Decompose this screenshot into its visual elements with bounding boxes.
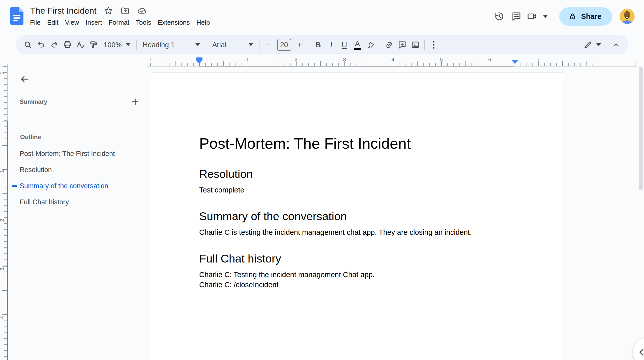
- h-ruler-number: 3: [343, 56, 346, 62]
- menu-insert[interactable]: Insert: [82, 18, 105, 27]
- add-comment-button[interactable]: [396, 38, 409, 52]
- horizontal-ruler: 11234567: [147, 56, 637, 67]
- redo-button[interactable]: [48, 38, 61, 52]
- doc-paragraph[interactable]: Charlie C: /closeIncident: [199, 280, 515, 290]
- menu-format[interactable]: Format: [105, 18, 133, 27]
- add-comment-icon: [398, 40, 407, 49]
- outline-item-label: Post-Mortem: The First Incident: [20, 150, 115, 158]
- zoom-caret-icon: [126, 43, 130, 46]
- outline-item-1[interactable]: Post-Mortem: The First Incident: [0, 146, 143, 162]
- menu-edit[interactable]: Edit: [44, 18, 62, 27]
- toolbar-divider: [309, 40, 309, 50]
- search-menus-button[interactable]: [21, 38, 35, 52]
- share-label: Share: [581, 12, 601, 21]
- outline-item-4[interactable]: Full Chat history: [0, 194, 143, 210]
- highlight-color-button[interactable]: [364, 38, 377, 52]
- doc-heading-2[interactable]: Summary of the conversation: [199, 210, 515, 223]
- increase-font-size-button[interactable]: +: [293, 38, 306, 52]
- menu-tools[interactable]: Tools: [133, 18, 155, 27]
- h-ruler-number: 2: [295, 56, 298, 62]
- menu-help[interactable]: Help: [193, 18, 213, 27]
- account-avatar[interactable]: [620, 9, 635, 24]
- show-side-panel-button[interactable]: [633, 338, 644, 360]
- meet-video-icon[interactable]: [525, 8, 539, 25]
- toolbar-divider: [424, 40, 425, 50]
- outline-panel: Summary Outline Post-Mortem: The First I…: [0, 67, 143, 360]
- italic-button[interactable]: I: [325, 38, 338, 52]
- outline-item-label: Resolution: [20, 166, 52, 174]
- document-content: Post-Mortem: The First Incident Resoluti…: [151, 73, 563, 290]
- outline-label: Outline: [20, 134, 41, 141]
- insert-image-button[interactable]: [409, 38, 422, 52]
- paint-format-icon: [89, 41, 98, 49]
- editing-mode-select[interactable]: [580, 38, 604, 52]
- undo-icon: [37, 41, 45, 49]
- text-color-swatch: [354, 48, 361, 50]
- spellcheck-button[interactable]: [74, 38, 87, 52]
- doc-paragraph[interactable]: Charlie C: Testing the incident manageme…: [199, 270, 515, 280]
- text-color-button[interactable]: A: [351, 38, 364, 52]
- toolbar-divider: [206, 40, 206, 50]
- doc-sections: ResolutionTest completeSummary of the co…: [199, 167, 515, 290]
- close-outline-button[interactable]: [18, 73, 31, 86]
- insert-image-icon: [411, 40, 420, 49]
- undo-button[interactable]: [35, 38, 48, 52]
- insert-link-button[interactable]: [383, 38, 396, 52]
- spellcheck-icon: [76, 40, 85, 49]
- paragraph-style-value: Heading 1: [143, 41, 175, 49]
- document-page[interactable]: Post-Mortem: The First Incident Resoluti…: [151, 73, 563, 360]
- toolbar: 100% Heading 1 Arial − 20 + B I U A: [16, 35, 628, 54]
- h-ruler-number: 6: [488, 56, 491, 62]
- font-select[interactable]: Arial: [209, 38, 257, 52]
- doc-paragraph[interactable]: Test complete: [199, 185, 515, 195]
- meet-dropdown-caret-icon[interactable]: [543, 15, 548, 18]
- doc-heading-1[interactable]: Post-Mortem: The First Incident: [199, 135, 515, 153]
- more-vertical-icon: [433, 41, 434, 49]
- doc-heading-2[interactable]: Full Chat history: [199, 252, 515, 266]
- decrease-font-size-button[interactable]: −: [262, 38, 275, 52]
- cloud-saved-icon[interactable]: [137, 6, 147, 15]
- menu-file[interactable]: File: [27, 18, 44, 27]
- menu-view[interactable]: View: [62, 18, 82, 27]
- document-title[interactable]: The First Incident: [30, 6, 97, 16]
- share-button[interactable]: Share: [559, 7, 612, 26]
- outline-item-label: Full Chat history: [20, 198, 69, 206]
- toolbar-divider: [380, 40, 380, 50]
- version-history-icon[interactable]: [491, 8, 508, 25]
- left-indent-marker[interactable]: [196, 57, 202, 64]
- right-indent-marker[interactable]: [512, 60, 518, 64]
- add-summary-button[interactable]: [130, 96, 141, 107]
- doc-heading-2[interactable]: Resolution: [199, 167, 515, 181]
- bold-button[interactable]: B: [312, 38, 325, 52]
- outline-item-2[interactable]: Resolution: [0, 162, 143, 178]
- print-icon: [63, 40, 72, 49]
- vertical-scrollbar-thumb[interactable]: [639, 67, 643, 190]
- h-ruler-number: 4: [391, 56, 394, 62]
- paint-format-button[interactable]: [87, 38, 100, 52]
- underline-button[interactable]: U: [338, 38, 351, 52]
- google-docs-logo-icon[interactable]: [10, 7, 23, 25]
- paragraph-style-caret-icon: [195, 43, 200, 46]
- outline-item-label: Summary of the conversation: [20, 182, 108, 190]
- move-folder-icon[interactable]: [120, 6, 130, 15]
- h-ruler-number: 1: [246, 56, 249, 62]
- menu-extensions[interactable]: Extensions: [155, 18, 193, 27]
- hide-menus-button[interactable]: [610, 38, 623, 52]
- star-icon[interactable]: [104, 6, 113, 15]
- font-caret-icon: [249, 43, 253, 46]
- zoom-select[interactable]: 100%: [100, 38, 134, 52]
- more-toolbar-button[interactable]: [427, 38, 440, 52]
- doc-paragraph[interactable]: Charlie C is testing the incident manage…: [199, 227, 515, 237]
- highlighter-icon: [366, 41, 375, 49]
- app-header: The First Incident FileEditViewIn: [0, 0, 644, 33]
- menu-bar: FileEditViewInsertFormatToolsExtensionsH…: [27, 17, 213, 28]
- comments-icon[interactable]: [508, 8, 525, 25]
- h-ruler-number: 1: [149, 56, 152, 62]
- back-arrow-icon: [20, 74, 30, 84]
- outline-item-3[interactable]: Summary of the conversation: [0, 178, 143, 194]
- editing-mode-caret-icon: [596, 43, 601, 46]
- paragraph-style-select[interactable]: Heading 1: [139, 38, 203, 52]
- print-button[interactable]: [61, 38, 74, 52]
- pencil-edit-icon: [583, 40, 592, 49]
- font-size-input[interactable]: 20: [277, 39, 291, 51]
